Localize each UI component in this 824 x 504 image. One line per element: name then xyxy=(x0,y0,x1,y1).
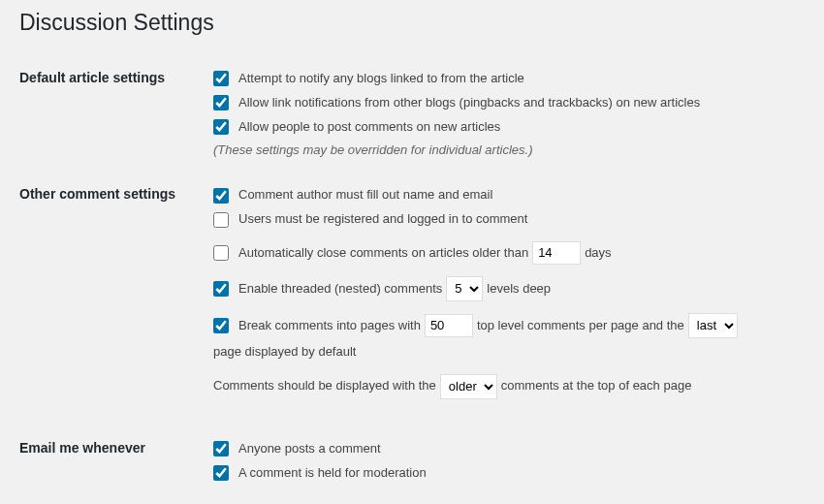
threaded-row[interactable]: Enable threaded (nested) comments 5 leve… xyxy=(213,276,805,301)
require-registration-label: Users must be registered and logged in t… xyxy=(238,209,527,230)
require-registration-checkbox[interactable] xyxy=(213,212,229,228)
moderation-notify-label: A comment is held for moderation xyxy=(238,463,427,484)
threaded-before-label: Enable threaded (nested) comments xyxy=(238,279,442,299)
require-registration-row[interactable]: Users must be registered and logged in t… xyxy=(213,209,805,230)
ping-status-checkbox[interactable] xyxy=(213,95,229,110)
threaded-levels-select[interactable]: 5 xyxy=(446,276,483,301)
paged-default-page-select[interactable]: last xyxy=(688,313,738,338)
order-before-label: Comments should be displayed with the xyxy=(213,376,436,396)
ping-status-label: Allow link notifications from other blog… xyxy=(238,93,700,113)
close-old-row[interactable]: Automatically close comments on articles… xyxy=(213,241,805,265)
paged-per-page-input[interactable] xyxy=(425,314,473,337)
pingback-flag-label: Attempt to notify any blogs linked to fr… xyxy=(238,69,524,89)
pingback-flag-row[interactable]: Attempt to notify any blogs linked to fr… xyxy=(213,69,805,89)
other-comment-fieldset: Comment author must fill out name and em… xyxy=(213,181,805,410)
paged-mid-label: top level comments per page and the xyxy=(477,316,684,336)
require-name-email-label: Comment author must fill out name and em… xyxy=(238,185,492,205)
close-old-days-input[interactable] xyxy=(532,241,581,265)
comment-status-label: Allow people to post comments on new art… xyxy=(238,117,500,138)
close-old-after-label: days xyxy=(585,243,611,264)
settings-table: Default article settings Attempt to noti… xyxy=(19,55,805,504)
order-select[interactable]: older xyxy=(440,374,497,399)
require-name-email-checkbox[interactable] xyxy=(213,188,229,204)
comments-notify-checkbox[interactable] xyxy=(213,441,229,457)
close-old-before-label: Automatically close comments on articles… xyxy=(238,243,528,264)
paged-row[interactable]: Break comments into pages with top level… xyxy=(213,313,805,362)
email-me-fieldset: Anyone posts a comment A comment is held… xyxy=(213,435,805,488)
close-old-checkbox[interactable] xyxy=(213,245,229,261)
comments-notify-row[interactable]: Anyone posts a comment xyxy=(213,439,805,459)
comment-status-row[interactable]: Allow people to post comments on new art… xyxy=(213,117,805,138)
paged-after-label: page displayed by default xyxy=(213,342,356,362)
paged-checkbox[interactable] xyxy=(213,318,229,333)
comments-notify-label: Anyone posts a comment xyxy=(238,439,381,459)
threaded-checkbox[interactable] xyxy=(213,281,229,297)
order-after-label: comments at the top of each page xyxy=(501,376,692,396)
other-comment-heading: Other comment settings xyxy=(19,172,213,425)
threaded-after-label: levels deep xyxy=(487,279,551,299)
moderation-notify-checkbox[interactable] xyxy=(213,465,229,481)
default-article-heading: Default article settings xyxy=(19,55,213,172)
comment-status-checkbox[interactable] xyxy=(213,119,229,135)
require-name-email-row[interactable]: Comment author must fill out name and em… xyxy=(213,185,805,205)
pingback-flag-checkbox[interactable] xyxy=(213,71,229,86)
default-article-note: (These settings may be overridden for in… xyxy=(213,142,805,157)
default-article-fieldset: Attempt to notify any blogs linked to fr… xyxy=(213,65,805,157)
page-title: Discussion Settings xyxy=(19,10,805,36)
paged-before-label: Break comments into pages with xyxy=(238,316,421,336)
email-me-heading: Email me whenever xyxy=(19,425,213,502)
order-row: Comments should be displayed with the ol… xyxy=(213,374,805,399)
ping-status-row[interactable]: Allow link notifications from other blog… xyxy=(213,93,805,113)
moderation-notify-row[interactable]: A comment is held for moderation xyxy=(213,463,805,484)
